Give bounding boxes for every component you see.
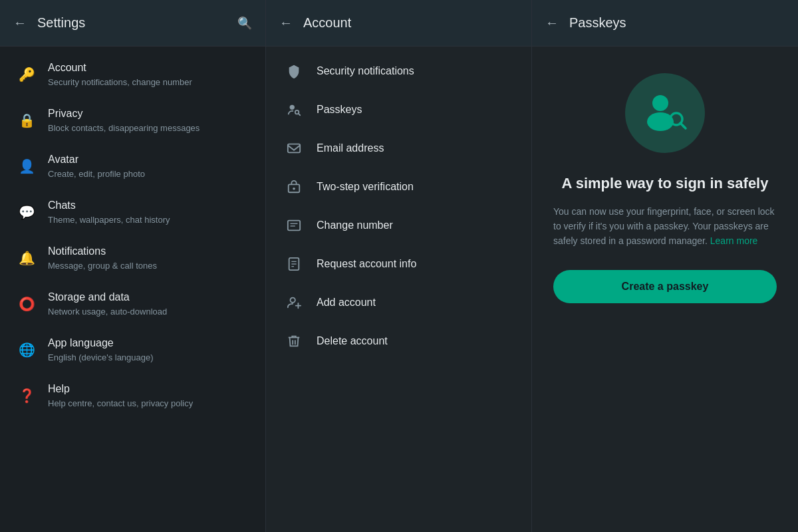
passkeys-label: Passkeys	[306, 104, 362, 116]
avatar-subtitle: Create, edit, profile photo	[48, 168, 252, 180]
two_step-icon	[282, 180, 306, 194]
svg-point-0	[290, 105, 295, 110]
privacy-icon: 🔒	[13, 112, 40, 128]
settings-item-help[interactable]: ❓ Help Help centre, contact us, privacy …	[0, 373, 265, 419]
settings-back-button[interactable]: ←	[13, 15, 27, 31]
request_account_info-label: Request account info	[306, 258, 416, 270]
avatar-icon: 👤	[13, 158, 40, 174]
privacy-subtitle: Block contacts, disappearing messages	[48, 122, 252, 134]
add_account-icon	[282, 295, 306, 310]
add_account-label: Add account	[306, 297, 376, 309]
app-container: ← Settings 🔍 🔑 Account Security notifica…	[0, 0, 798, 532]
help-title: Help	[48, 382, 252, 396]
language-subtitle: English (device's language)	[48, 352, 252, 364]
settings-item-avatar[interactable]: 👤 Avatar Create, edit, profile photo	[0, 144, 265, 190]
settings-list: 🔑 Account Security notifications, change…	[0, 47, 265, 532]
settings-item-account[interactable]: 🔑 Account Security notifications, change…	[0, 52, 265, 98]
settings-panel: ← Settings 🔍 🔑 Account Security notifica…	[0, 0, 266, 532]
notifications-title: Notifications	[48, 245, 252, 259]
delete_account-icon	[282, 334, 306, 348]
request_account_info-icon	[282, 257, 306, 271]
language-title: App language	[48, 336, 252, 350]
svg-point-17	[647, 112, 674, 131]
passkey-icon-container	[625, 73, 705, 153]
account-item-email_address[interactable]: Email address	[266, 129, 531, 168]
settings-item-privacy[interactable]: 🔒 Privacy Block contacts, disappearing m…	[0, 98, 265, 144]
notifications-icon: 🔔	[13, 250, 40, 266]
passkeys-title: Passkeys	[569, 15, 785, 31]
language-icon: 🌐	[13, 342, 40, 358]
account-item-passkeys[interactable]: Passkeys	[266, 90, 531, 129]
security_notifications-icon	[282, 64, 306, 78]
create-passkey-button[interactable]: Create a passkey	[553, 270, 777, 303]
settings-item-chats[interactable]: 💬 Chats Theme, wallpapers, chat history	[0, 190, 265, 235]
delete_account-label: Delete account	[306, 335, 388, 347]
chats-subtitle: Theme, wallpapers, chat history	[48, 214, 252, 226]
passkeys-icon	[282, 102, 306, 117]
account-item-delete_account[interactable]: Delete account	[266, 322, 531, 360]
settings-item-storage[interactable]: ⭕ Storage and data Network usage, auto-d…	[0, 281, 265, 327]
avatar-title: Avatar	[48, 153, 252, 167]
chats-icon: 💬	[13, 204, 40, 220]
privacy-title: Privacy	[48, 107, 252, 121]
settings-header: ← Settings 🔍	[0, 0, 265, 47]
account-title: Account	[303, 15, 518, 31]
account-item-request_account_info[interactable]: Request account info	[266, 245, 531, 283]
passkeys-panel: ← Passkeys A simple way to sign in safel…	[532, 0, 798, 532]
account-title: Account	[48, 61, 252, 75]
learn-more-link[interactable]: Learn more	[710, 235, 758, 246]
notifications-subtitle: Message, group & call tones	[48, 260, 252, 272]
account-list: Security notifications Passkeys Email ad…	[266, 47, 531, 532]
account-item-add_account[interactable]: Add account	[266, 283, 531, 322]
storage-subtitle: Network usage, auto-download	[48, 306, 252, 318]
account-item-security_notifications[interactable]: Security notifications	[266, 52, 531, 90]
svg-point-16	[652, 95, 668, 111]
account-subtitle: Security notifications, change number	[48, 76, 252, 88]
passkey-icon	[642, 90, 688, 136]
email_address-icon	[282, 141, 306, 156]
account-back-button[interactable]: ←	[279, 15, 293, 31]
passkeys-content: A simple way to sign in safely You can n…	[532, 47, 798, 532]
storage-icon: ⭕	[13, 296, 40, 312]
settings-item-language[interactable]: 🌐 App language English (device's languag…	[0, 327, 265, 373]
two_step-label: Two-step verification	[306, 181, 414, 193]
svg-line-2	[299, 114, 300, 115]
security_notifications-label: Security notifications	[306, 65, 414, 77]
svg-rect-6	[288, 221, 300, 231]
account-panel: ← Account Security notifications Passkey…	[266, 0, 532, 532]
passkeys-header: ← Passkeys	[532, 0, 798, 47]
passkeys-description: You can now use your fingerprint, face, …	[553, 204, 777, 249]
passkeys-back-button[interactable]: ←	[545, 15, 559, 31]
svg-point-5	[293, 188, 295, 190]
svg-rect-3	[288, 144, 300, 153]
help-subtitle: Help centre, contact us, privacy policy	[48, 398, 252, 410]
storage-title: Storage and data	[48, 291, 252, 305]
svg-point-13	[291, 298, 295, 303]
settings-item-notifications[interactable]: 🔔 Notifications Message, group & call to…	[0, 235, 265, 281]
chats-title: Chats	[48, 199, 252, 213]
account-icon: 🔑	[13, 66, 40, 82]
settings-title: Settings	[37, 15, 237, 31]
settings-search-button[interactable]: 🔍	[237, 16, 252, 31]
account-item-change_number[interactable]: Change number	[266, 206, 531, 245]
account-header: ← Account	[266, 0, 531, 47]
account-item-two_step[interactable]: Two-step verification	[266, 168, 531, 206]
email_address-label: Email address	[306, 142, 384, 154]
help-icon: ❓	[13, 388, 40, 404]
change_number-icon	[282, 218, 306, 233]
passkeys-headline: A simple way to sign in safely	[562, 174, 769, 194]
svg-line-20	[683, 126, 686, 128]
change_number-label: Change number	[306, 219, 393, 231]
